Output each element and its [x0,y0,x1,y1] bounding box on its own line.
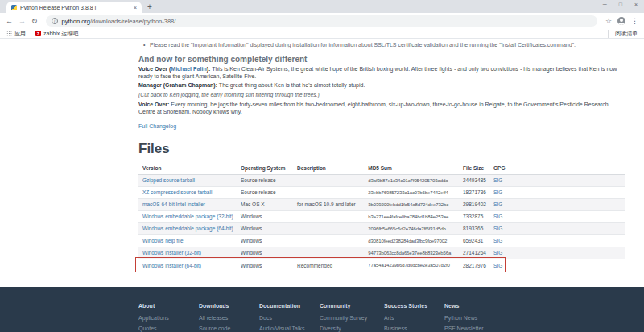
gpg-sig-link[interactable]: SIG [493,263,502,268]
os-cell: Windows [237,234,293,247]
url-path: /downloads/release/python-388/ [90,18,175,25]
table-header-row: VersionOperating SystemDescriptionMD5 Su… [138,162,625,174]
gpg-sig-link[interactable]: SIG [493,189,502,195]
footer-column: Documentation Docs Audio/Visual Talks [259,303,320,332]
refresh-icon[interactable]: ↻ [31,18,38,25]
version-link[interactable]: Windows embeddable package (64-bit) [142,226,233,231]
footer-link[interactable]: Diversity [320,323,384,332]
bookmark-apps[interactable]: 应用 [6,30,26,38]
full-changelog-link[interactable]: Full Changelog [138,123,176,129]
paragraph-stage-direction: (Cut back to Ken jogging, the early morn… [138,92,625,99]
browser-chrome: Python Release Python 3.8.8 | × + ─ □ × … [0,0,644,39]
version-link[interactable]: Windows installer (64-bit) [142,263,201,268]
md5-cell: d30810feed238284dad3fbc9fce97002 [364,234,459,247]
md5-cell: 77a54a14239b6d7d0dcbe2e3a507d2f0 [364,259,459,271]
page-info-icon[interactable]: i [52,18,58,24]
version-link[interactable]: macOS 64-bit Intel installer [142,201,205,207]
files-table-wrap: VersionOperating SystemDescriptionMD5 Su… [138,162,625,271]
table-row: Windows embeddable package (64-bit) Wind… [138,222,625,234]
table-row: Gzipped source tarball Source release d3… [138,174,625,186]
os-cell: Windows [237,259,293,271]
footer-link[interactable]: Python News [444,313,505,323]
minimize-button[interactable]: ─ [603,2,607,7]
browser-toolbar: ← → ↻ i python.org/downloads/release/pyt… [0,13,644,29]
os-cell: Windows [237,222,293,234]
description-cell [293,210,364,222]
footer-link[interactable]: Business [384,323,444,332]
bookmark-zabbix[interactable]: Z zabbix 运维吧 [35,30,78,38]
file-size-cell: 7332875 [459,210,489,222]
footer-column: Downloads All releases Source code [199,303,259,332]
version-link[interactable]: XZ compressed source tarball [142,189,212,195]
file-size-cell: 29819402 [459,198,489,210]
gpg-sig-link[interactable]: SIG [493,238,502,243]
paragraph-voice-over-1: Voice Over (Michael Palin): This is Ken … [138,66,625,81]
profile-avatar-icon[interactable] [617,17,625,25]
footer-column: About Applications Quotes [138,303,199,332]
description-cell [293,222,364,234]
table-row: macOS 64-bit Intel installer Mac OS X fo… [138,198,625,210]
gpg-sig-link[interactable]: SIG [493,226,502,231]
new-tab-button[interactable]: + [147,3,152,11]
footer-link[interactable]: Arts [384,313,444,323]
michael-palin-link[interactable]: Michael Palin [171,66,206,72]
gpg-sig-link[interactable]: SIG [493,214,502,219]
footer-link[interactable]: PSF Newsletter [444,323,505,332]
address-bar[interactable]: i python.org/downloads/release/python-38… [46,15,597,27]
bookmark-zabbix-label: zabbix 运维吧 [43,30,78,38]
reading-list-label: 阅读清单 [615,31,638,36]
version-link[interactable]: Windows embeddable package (32-bit) [142,214,233,219]
footer-column-heading: News [444,303,505,309]
footer-link[interactable]: Quotes [138,323,199,332]
footer-column-heading: Downloads [199,303,259,309]
back-icon[interactable]: ← [6,18,13,25]
file-size-cell: 6592431 [459,234,489,247]
footer-link[interactable]: All releases [199,313,259,323]
files-heading: Files [138,141,625,157]
reading-list-button[interactable]: 阅读清单 [608,30,638,38]
files-table: VersionOperating SystemDescriptionMD5 Su… [138,162,625,271]
gpg-sig-link[interactable]: SIG [493,250,502,255]
bookmark-star-icon[interactable]: ☆ [605,18,612,25]
gpg-sig-link[interactable]: SIG [493,177,502,183]
page-viewport: Please read the "Important Information" … [0,39,644,332]
apps-grid-icon [6,31,12,36]
column-header: Version [138,162,237,174]
footer-link[interactable]: Applications [138,313,199,323]
maximize-button[interactable]: □ [619,2,622,7]
column-header: Operating System [237,162,293,174]
version-link[interactable]: Gzipped source tarball [142,177,195,183]
browser-menu-icon[interactable]: ⋮ [631,18,638,25]
description-cell [293,234,364,247]
os-cell: Mac OS X [237,198,293,210]
footer-link[interactable]: Community Survey [320,313,384,323]
os-cell: Windows [237,210,293,222]
table-row: Windows embeddable package (32-bit) Wind… [138,210,625,222]
gpg-sig-link[interactable]: SIG [493,201,502,207]
version-link[interactable]: Windows help file [142,238,184,243]
install-note-text: Please read the "Important Information" … [150,42,576,48]
section-heading: And now for something completely differe… [138,55,625,64]
footer-link[interactable]: Docs [259,313,320,323]
footer-column-heading: Documentation [259,303,320,309]
forward-icon[interactable]: → [19,18,26,25]
md5-cell: 94773b062cc8da66e37ee8b8323eb56a [364,247,459,259]
browser-tab[interactable]: Python Release Python 3.8.8 | × [6,2,142,13]
version-link[interactable]: Windows installer (32-bit) [142,250,201,255]
os-cell: Source release [237,174,293,186]
os-cell: Source release [237,186,293,198]
file-size-cell: 8193365 [459,222,489,234]
md5-cell: b3e271ee4fafce0ba784bd1b84e253ae [364,210,459,222]
footer-link[interactable]: Audio/Visual Talks [259,323,320,332]
footer-column-heading: Community [320,303,384,309]
close-button[interactable]: × [634,2,638,7]
column-header: Description [293,162,364,174]
md5-cell: 2096fb5e665c6d2e746da7ff5f31d5db [364,222,459,234]
page-footer: About Applications Quotes Downloads All … [0,287,644,332]
tab-close-icon[interactable]: × [134,5,137,10]
footer-column: Community Community Survey Diversity [320,303,384,332]
footer-column-heading: Success Stories [384,303,444,309]
description-cell: Recommended [293,259,364,271]
description-cell: for macOS 10.9 and later [293,198,364,210]
footer-link[interactable]: Source code [199,323,259,332]
